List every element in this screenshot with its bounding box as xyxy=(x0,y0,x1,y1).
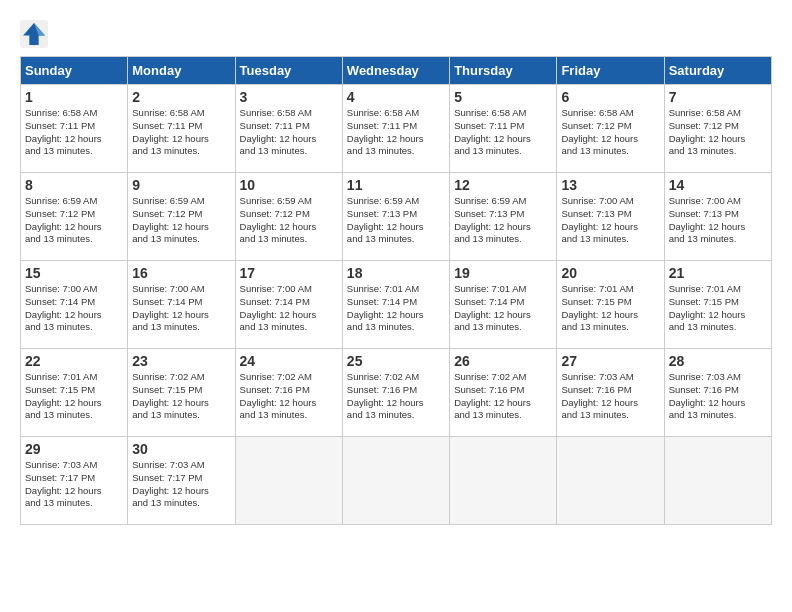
calendar-cell: 7 Sunrise: 6:58 AMSunset: 7:12 PMDayligh… xyxy=(664,85,771,173)
calendar-cell: 14 Sunrise: 7:00 AMSunset: 7:13 PMDaylig… xyxy=(664,173,771,261)
day-number: 15 xyxy=(25,265,123,281)
day-number: 22 xyxy=(25,353,123,369)
calendar-cell: 1 Sunrise: 6:58 AMSunset: 7:11 PMDayligh… xyxy=(21,85,128,173)
header-thursday: Thursday xyxy=(450,57,557,85)
calendar-week-5: 29 Sunrise: 7:03 AMSunset: 7:17 PMDaylig… xyxy=(21,437,772,525)
day-info: Sunrise: 7:01 AMSunset: 7:15 PMDaylight:… xyxy=(561,283,659,334)
calendar-cell: 4 Sunrise: 6:58 AMSunset: 7:11 PMDayligh… xyxy=(342,85,449,173)
calendar-header-row: SundayMondayTuesdayWednesdayThursdayFrid… xyxy=(21,57,772,85)
day-info: Sunrise: 7:00 AMSunset: 7:14 PMDaylight:… xyxy=(240,283,338,334)
day-info: Sunrise: 6:58 AMSunset: 7:12 PMDaylight:… xyxy=(669,107,767,158)
calendar-cell: 17 Sunrise: 7:00 AMSunset: 7:14 PMDaylig… xyxy=(235,261,342,349)
day-number: 8 xyxy=(25,177,123,193)
day-number: 16 xyxy=(132,265,230,281)
logo-icon xyxy=(20,20,48,48)
calendar-cell: 8 Sunrise: 6:59 AMSunset: 7:12 PMDayligh… xyxy=(21,173,128,261)
day-number: 30 xyxy=(132,441,230,457)
calendar-cell: 26 Sunrise: 7:02 AMSunset: 7:16 PMDaylig… xyxy=(450,349,557,437)
calendar-table: SundayMondayTuesdayWednesdayThursdayFrid… xyxy=(20,56,772,525)
day-info: Sunrise: 7:01 AMSunset: 7:14 PMDaylight:… xyxy=(454,283,552,334)
day-number: 25 xyxy=(347,353,445,369)
day-info: Sunrise: 7:03 AMSunset: 7:17 PMDaylight:… xyxy=(132,459,230,510)
day-number: 11 xyxy=(347,177,445,193)
day-info: Sunrise: 6:58 AMSunset: 7:11 PMDaylight:… xyxy=(347,107,445,158)
calendar-cell: 19 Sunrise: 7:01 AMSunset: 7:14 PMDaylig… xyxy=(450,261,557,349)
day-info: Sunrise: 7:03 AMSunset: 7:17 PMDaylight:… xyxy=(25,459,123,510)
calendar-cell: 11 Sunrise: 6:59 AMSunset: 7:13 PMDaylig… xyxy=(342,173,449,261)
day-number: 18 xyxy=(347,265,445,281)
day-info: Sunrise: 6:59 AMSunset: 7:12 PMDaylight:… xyxy=(240,195,338,246)
day-number: 4 xyxy=(347,89,445,105)
calendar-cell: 23 Sunrise: 7:02 AMSunset: 7:15 PMDaylig… xyxy=(128,349,235,437)
day-info: Sunrise: 7:01 AMSunset: 7:15 PMDaylight:… xyxy=(25,371,123,422)
day-number: 28 xyxy=(669,353,767,369)
day-info: Sunrise: 7:03 AMSunset: 7:16 PMDaylight:… xyxy=(561,371,659,422)
day-number: 9 xyxy=(132,177,230,193)
day-number: 19 xyxy=(454,265,552,281)
day-number: 5 xyxy=(454,89,552,105)
day-number: 20 xyxy=(561,265,659,281)
calendar-cell: 12 Sunrise: 6:59 AMSunset: 7:13 PMDaylig… xyxy=(450,173,557,261)
calendar-cell: 30 Sunrise: 7:03 AMSunset: 7:17 PMDaylig… xyxy=(128,437,235,525)
header-saturday: Saturday xyxy=(664,57,771,85)
day-number: 12 xyxy=(454,177,552,193)
calendar-cell: 2 Sunrise: 6:58 AMSunset: 7:11 PMDayligh… xyxy=(128,85,235,173)
day-info: Sunrise: 7:01 AMSunset: 7:15 PMDaylight:… xyxy=(669,283,767,334)
calendar-cell xyxy=(557,437,664,525)
header-tuesday: Tuesday xyxy=(235,57,342,85)
calendar-cell: 29 Sunrise: 7:03 AMSunset: 7:17 PMDaylig… xyxy=(21,437,128,525)
day-info: Sunrise: 6:58 AMSunset: 7:11 PMDaylight:… xyxy=(454,107,552,158)
header-wednesday: Wednesday xyxy=(342,57,449,85)
day-info: Sunrise: 6:59 AMSunset: 7:13 PMDaylight:… xyxy=(347,195,445,246)
day-number: 24 xyxy=(240,353,338,369)
day-number: 13 xyxy=(561,177,659,193)
calendar-cell: 24 Sunrise: 7:02 AMSunset: 7:16 PMDaylig… xyxy=(235,349,342,437)
calendar-cell: 16 Sunrise: 7:00 AMSunset: 7:14 PMDaylig… xyxy=(128,261,235,349)
calendar-cell: 22 Sunrise: 7:01 AMSunset: 7:15 PMDaylig… xyxy=(21,349,128,437)
day-number: 1 xyxy=(25,89,123,105)
header-friday: Friday xyxy=(557,57,664,85)
day-info: Sunrise: 7:02 AMSunset: 7:16 PMDaylight:… xyxy=(240,371,338,422)
calendar-cell xyxy=(342,437,449,525)
calendar-week-1: 1 Sunrise: 6:58 AMSunset: 7:11 PMDayligh… xyxy=(21,85,772,173)
calendar-cell: 10 Sunrise: 6:59 AMSunset: 7:12 PMDaylig… xyxy=(235,173,342,261)
day-number: 6 xyxy=(561,89,659,105)
day-number: 21 xyxy=(669,265,767,281)
calendar-cell: 21 Sunrise: 7:01 AMSunset: 7:15 PMDaylig… xyxy=(664,261,771,349)
day-number: 10 xyxy=(240,177,338,193)
calendar-week-2: 8 Sunrise: 6:59 AMSunset: 7:12 PMDayligh… xyxy=(21,173,772,261)
day-number: 7 xyxy=(669,89,767,105)
day-info: Sunrise: 6:58 AMSunset: 7:11 PMDaylight:… xyxy=(25,107,123,158)
page-header xyxy=(20,20,772,48)
day-info: Sunrise: 7:02 AMSunset: 7:16 PMDaylight:… xyxy=(347,371,445,422)
calendar-week-4: 22 Sunrise: 7:01 AMSunset: 7:15 PMDaylig… xyxy=(21,349,772,437)
day-info: Sunrise: 6:58 AMSunset: 7:12 PMDaylight:… xyxy=(561,107,659,158)
day-info: Sunrise: 7:03 AMSunset: 7:16 PMDaylight:… xyxy=(669,371,767,422)
day-info: Sunrise: 7:02 AMSunset: 7:15 PMDaylight:… xyxy=(132,371,230,422)
day-number: 17 xyxy=(240,265,338,281)
calendar-cell: 3 Sunrise: 6:58 AMSunset: 7:11 PMDayligh… xyxy=(235,85,342,173)
day-number: 27 xyxy=(561,353,659,369)
day-number: 14 xyxy=(669,177,767,193)
calendar-cell: 9 Sunrise: 6:59 AMSunset: 7:12 PMDayligh… xyxy=(128,173,235,261)
day-number: 3 xyxy=(240,89,338,105)
day-info: Sunrise: 6:58 AMSunset: 7:11 PMDaylight:… xyxy=(240,107,338,158)
calendar-cell: 20 Sunrise: 7:01 AMSunset: 7:15 PMDaylig… xyxy=(557,261,664,349)
calendar-cell xyxy=(235,437,342,525)
calendar-cell: 25 Sunrise: 7:02 AMSunset: 7:16 PMDaylig… xyxy=(342,349,449,437)
day-number: 23 xyxy=(132,353,230,369)
calendar-cell xyxy=(450,437,557,525)
header-sunday: Sunday xyxy=(21,57,128,85)
day-info: Sunrise: 7:02 AMSunset: 7:16 PMDaylight:… xyxy=(454,371,552,422)
day-info: Sunrise: 6:59 AMSunset: 7:13 PMDaylight:… xyxy=(454,195,552,246)
day-info: Sunrise: 7:00 AMSunset: 7:14 PMDaylight:… xyxy=(132,283,230,334)
day-number: 2 xyxy=(132,89,230,105)
calendar-cell xyxy=(664,437,771,525)
day-info: Sunrise: 7:00 AMSunset: 7:14 PMDaylight:… xyxy=(25,283,123,334)
calendar-cell: 13 Sunrise: 7:00 AMSunset: 7:13 PMDaylig… xyxy=(557,173,664,261)
calendar-cell: 5 Sunrise: 6:58 AMSunset: 7:11 PMDayligh… xyxy=(450,85,557,173)
header-monday: Monday xyxy=(128,57,235,85)
day-number: 26 xyxy=(454,353,552,369)
calendar-cell: 6 Sunrise: 6:58 AMSunset: 7:12 PMDayligh… xyxy=(557,85,664,173)
calendar-cell: 18 Sunrise: 7:01 AMSunset: 7:14 PMDaylig… xyxy=(342,261,449,349)
